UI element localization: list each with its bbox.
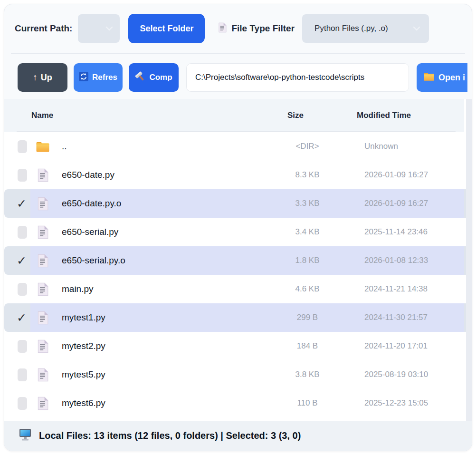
file-icon: [34, 197, 51, 211]
row-checkbox[interactable]: [18, 368, 27, 381]
file-size: 3.4 KB: [260, 227, 355, 237]
compile-button[interactable]: Comp: [129, 63, 179, 92]
row-checkbox[interactable]: [18, 169, 27, 182]
file-size: 110 B: [260, 398, 355, 408]
chevron-down-icon: [105, 26, 113, 31]
file-icon: [34, 397, 51, 410]
row-checkbox[interactable]: [18, 283, 27, 296]
row-checkbox[interactable]: [18, 397, 27, 410]
file-size: 299 B: [260, 313, 355, 322]
refresh-button[interactable]: Refres: [74, 63, 123, 92]
status-bar: Local Files: 13 items (12 files, 0 folde…: [4, 421, 472, 451]
file-icon: [34, 368, 51, 382]
file-type-filter-label: File Type Filter: [231, 23, 295, 34]
table-row[interactable]: ✓ e650-date.py.o 3.3 KB 2026-01-09 16:27: [4, 189, 472, 218]
column-header-modified: Modified Time: [355, 111, 464, 120]
file-icon: [34, 254, 51, 268]
document-icon: [218, 22, 227, 35]
file-size: 184 B: [260, 341, 355, 351]
table-row[interactable]: mytest2.py 184 B 2024-11-20 17:01: [4, 332, 472, 360]
table-row[interactable]: e650-date.py 8.3 KB 2026-01-09 16:27: [4, 161, 472, 189]
file-name: ..: [62, 141, 260, 152]
file-modified-time: 2026-01-08 12:33: [355, 256, 464, 265]
checkmark-icon[interactable]: ✓: [17, 312, 27, 324]
current-path-label: Current Path:: [15, 23, 72, 34]
file-size: 3.8 KB: [260, 370, 355, 379]
folder-icon: [423, 72, 435, 84]
up-arrow-icon: ↑: [33, 72, 38, 83]
file-name: e650-date.py.o: [62, 198, 260, 209]
path-input[interactable]: [186, 63, 409, 92]
file-modified-time: 2025-12-23 15:05: [355, 398, 464, 408]
row-gutter: [4, 360, 30, 389]
row-gutter: [4, 275, 30, 303]
row-gutter: [4, 218, 30, 246]
select-folder-button[interactable]: Select Folder: [128, 14, 205, 43]
checkmark-icon[interactable]: ✓: [17, 198, 27, 210]
computer-icon: [19, 428, 32, 443]
status-text: Local Files: 13 items (12 files, 0 folde…: [39, 430, 301, 441]
table-header: Name Size Modified Time: [4, 99, 464, 132]
table-row[interactable]: ✓ e650-serial.py.o 1.8 KB 2026-01-08 12:…: [4, 246, 472, 275]
row-gutter: [4, 332, 30, 360]
table-row[interactable]: mytest5.py 3.8 KB 2025-08-19 03:10: [4, 360, 472, 389]
table-row[interactable]: e650-serial.py 3.4 KB 2025-11-14 23:46: [4, 218, 472, 246]
file-size: 1.8 KB: [260, 256, 355, 265]
file-table: Name Size Modified Time .. <DIR> Unknown…: [4, 99, 472, 421]
file-icon: [34, 311, 51, 325]
table-scrollbar[interactable]: [466, 99, 472, 421]
refresh-icon: [79, 72, 88, 84]
folder-icon: [34, 141, 51, 153]
file-icon: [34, 282, 51, 296]
row-checkbox[interactable]: [18, 140, 27, 153]
file-size: <DIR>: [260, 142, 355, 151]
file-name: mytest6.py: [62, 398, 260, 408]
file-icon: [34, 339, 51, 353]
file-name: e650-serial.py.o: [62, 255, 260, 266]
path-history-select[interactable]: [78, 14, 120, 43]
file-name: e650-serial.py: [62, 227, 260, 237]
file-name: mytest5.py: [62, 369, 260, 380]
row-gutter: ✓: [4, 246, 30, 275]
checkmark-icon[interactable]: ✓: [17, 255, 27, 267]
path-selector-row: Current Path: Select Folder File Type Fi…: [15, 14, 467, 43]
file-modified-time: Unknown: [355, 142, 464, 151]
file-name: mytest1.py: [62, 312, 260, 323]
column-header-size: Size: [260, 111, 355, 120]
file-size: 3.3 KB: [260, 199, 355, 208]
file-modified-time: 2025-08-19 03:10: [355, 370, 464, 379]
file-manager-panel: Current Path: Select Folder File Type Fi…: [4, 4, 472, 451]
toolbar-section: Current Path: Select Folder File Type Fi…: [4, 4, 472, 99]
file-name: main.py: [62, 284, 260, 294]
table-row[interactable]: main.py 4.6 KB 2024-11-21 14:38: [4, 275, 472, 303]
row-gutter: ✓: [4, 303, 30, 332]
file-modified-time: 2026-01-09 16:27: [355, 199, 464, 208]
file-icon: [34, 225, 51, 239]
chevron-down-icon: [413, 26, 420, 31]
row-gutter: [4, 161, 30, 189]
file-modified-time: 2024-11-30 21:57: [355, 313, 464, 322]
file-name: mytest2.py: [62, 341, 260, 351]
toolbar-divider: [11, 53, 465, 54]
file-modified-time: 2024-11-20 17:01: [355, 341, 464, 351]
hammer-icon: [135, 71, 145, 84]
row-gutter: [4, 389, 30, 417]
file-modified-time: 2024-11-21 14:38: [355, 284, 464, 294]
row-gutter: [4, 132, 30, 161]
up-button[interactable]: ↑ Up: [18, 63, 67, 92]
row-gutter: ✓: [4, 189, 30, 218]
file-type-filter-select[interactable]: Python Files (.py, .o): [302, 14, 429, 43]
file-icon: [34, 168, 51, 182]
table-row[interactable]: mytest6.py 110 B 2025-12-23 15:05: [4, 389, 472, 417]
table-row[interactable]: .. <DIR> Unknown: [4, 132, 472, 161]
file-modified-time: 2026-01-09 16:27: [355, 170, 464, 180]
file-type-filter-value: Python Files (.py, .o): [314, 24, 388, 33]
file-modified-time: 2025-11-14 23:46: [355, 227, 464, 237]
row-checkbox[interactable]: [18, 340, 27, 353]
navigation-row: ↑ Up Refres: [18, 63, 467, 92]
file-name: e650-date.py: [62, 170, 260, 180]
open-in-explorer-button[interactable]: Open i: [417, 63, 467, 92]
table-row[interactable]: ✓ mytest1.py 299 B 2024-11-30 21:57: [4, 303, 472, 332]
row-checkbox[interactable]: [18, 226, 27, 239]
table-rows: .. <DIR> Unknown e650-date.py 8.3 KB 202…: [4, 132, 472, 421]
